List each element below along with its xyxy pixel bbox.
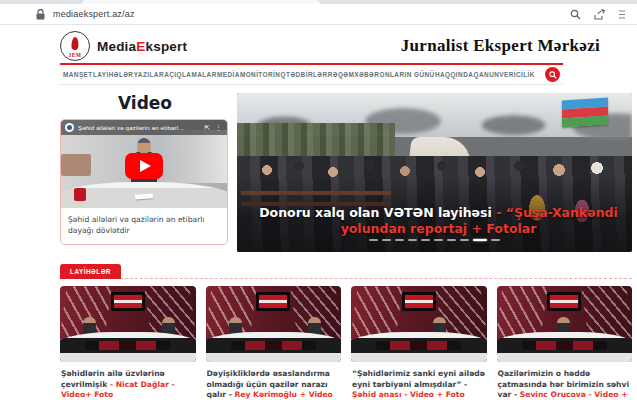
video-player[interactable]: Şəhid ailələri və qazilərin ən etibarl..… (61, 120, 227, 208)
studio-desk (497, 332, 633, 362)
play-button[interactable] (125, 153, 163, 179)
nav-item-yazilar[interactable]: YAZILAR (134, 71, 164, 78)
lock-icon[interactable] (36, 9, 45, 20)
studio-screen (402, 292, 436, 311)
nav-list: MANŞETLAYİHƏLƏRYAZILARAÇIQLAMALARMEDİAMO… (63, 71, 545, 78)
azerbaijan-flag (562, 97, 608, 127)
project-card[interactable]: Şəhidlərin ailə üzvlərinə çevrilmişik - … (60, 286, 196, 400)
nav-item-haqqinda[interactable]: HAQQINDA (435, 71, 473, 78)
page: mediaekspert.az/az JEM MediaEkspert (0, 0, 637, 400)
magnifier-icon[interactable] (570, 9, 581, 20)
share-icon[interactable] (594, 9, 606, 20)
share-icon[interactable]: ⇱ (204, 124, 211, 131)
nav-item-rəqəmxəbər[interactable]: RƏQƏMXƏBƏR (328, 71, 379, 78)
carousel-dash[interactable] (491, 239, 500, 241)
browser-chrome: mediaekspert.az/az (0, 0, 637, 25)
nav-item-onlarin-günü[interactable]: ONLARIN GÜNÜ (380, 71, 435, 78)
nav-item-qanunveri̇ci̇li̇k[interactable]: QANUNVERİCİLİK (474, 71, 535, 78)
carousel-dash[interactable] (369, 239, 378, 241)
card-caption[interactable]: Qazilərimizin o həddə çatmasında hər bir… (498, 369, 632, 400)
carousel-dash[interactable] (408, 239, 417, 241)
magnifier-icon (549, 71, 557, 79)
nav-item-medi̇amoni̇tori̇nq[interactable]: MEDİAMONİTORİNQ (217, 71, 286, 78)
site-title: Jurnalist Ekspert Mərkəzi (401, 36, 600, 56)
featured-title-white: Donoru xalq olan VƏTƏN layihəsi (259, 205, 496, 220)
card-author-link[interactable]: Şəhid anası - Video + Foto (352, 390, 465, 399)
featured-slide[interactable]: Donoru xalq olan VƏTƏN layihəsi - “Şuşa-… (237, 93, 632, 252)
carousel-dash[interactable] (382, 239, 391, 241)
site-header: JEM MediaEkspert Jurnalist Ekspert Mərkə… (60, 28, 600, 64)
carousel-dash[interactable] (421, 239, 430, 241)
player-video-title[interactable]: Şəhid ailələri və qazilərin ən etibarl..… (78, 125, 200, 131)
video-section: Video Şəhid ailələri və qazilərin ən eti… (60, 93, 230, 245)
carousel-dash[interactable] (460, 239, 469, 241)
main-nav: MANŞETLAYİHƏLƏRYAZILARAÇIQLAMALARMEDİAMO… (60, 63, 563, 85)
project-thumbnail[interactable] (497, 286, 633, 362)
carousel-dash[interactable] (434, 239, 443, 241)
brand-suffix: kspert (145, 39, 187, 54)
project-card[interactable]: Qazilərimizin o həddə çatmasında hər bir… (497, 286, 633, 400)
site-logo[interactable]: JEM MediaEkspert (60, 31, 187, 61)
studio-shelf (61, 154, 91, 176)
video-heading: Video (60, 93, 230, 113)
studio-screen (547, 292, 581, 311)
carousel-dash[interactable] (473, 239, 487, 241)
project-thumbnail[interactable] (60, 286, 196, 362)
nav-item-layi̇hələr[interactable]: LAYİHƏLƏR (93, 71, 133, 78)
card-title: “Şəhidlərimiz sanki eyni ailədə eyni tər… (352, 369, 485, 389)
carousel-indicators (237, 239, 632, 241)
projects-card-row: Şəhidlərin ailə üzvlərinə çevrilmişik - … (60, 286, 632, 400)
video-caption[interactable]: Şəhid ailələri və qazilərin ən etibarlı … (61, 208, 227, 244)
project-card[interactable]: Dəyişikliklərdə əsaslandırma olmadığı üç… (206, 286, 342, 400)
projects-badge[interactable]: LAYİHƏLƏR (60, 264, 121, 279)
url-text[interactable]: mediaekspert.az/az (53, 9, 135, 19)
projects-section-header: LAYİHƏLƏR (60, 262, 632, 279)
kebab-menu-icon[interactable]: ⋮ (215, 124, 223, 131)
browser-edge-icon[interactable] (619, 9, 625, 20)
nav-item-manşet[interactable]: MANŞET (63, 71, 93, 78)
studio-desk (206, 332, 342, 362)
quill-icon (71, 37, 78, 50)
carousel-dash[interactable] (395, 239, 404, 241)
emblem-text: JEM (61, 52, 89, 58)
studio-screen (111, 292, 145, 311)
nav-item-tədbi̇rlər[interactable]: TƏDBİRLƏR (286, 71, 327, 78)
studio-screen (256, 292, 290, 311)
studio-desk (60, 332, 196, 362)
address-bar[interactable]: mediaekspert.az/az (0, 4, 637, 24)
browser-actions (570, 9, 627, 20)
card-caption[interactable]: “Şəhidlərimiz sanki eyni ailədə eyni tər… (352, 369, 486, 400)
jem-emblem-icon: JEM (60, 31, 90, 61)
channel-logo (74, 188, 86, 201)
project-card[interactable]: “Şəhidlərimiz sanki eyni ailədə eyni tər… (351, 286, 487, 400)
card-caption[interactable]: Şəhidlərin ailə üzvlərinə çevrilmişik - … (61, 369, 195, 400)
video-card[interactable]: Şəhid ailələri və qazilərin ən etibarl..… (60, 119, 228, 245)
card-author-link[interactable]: Rey Kərimoğlu + Video (234, 390, 332, 399)
card-caption[interactable]: Dəyişikliklərdə əsaslandırma olmadığı üç… (207, 369, 341, 400)
card-author-link[interactable]: Sevinc Orucova - Video + Foto (498, 390, 628, 400)
search-button[interactable] (545, 67, 560, 82)
brand-prefix: Media (97, 39, 136, 54)
project-thumbnail[interactable] (206, 286, 342, 362)
brand-name: MediaEkspert (97, 39, 187, 54)
channel-avatar[interactable] (65, 123, 74, 132)
carousel-dash[interactable] (447, 239, 456, 241)
studio-desk (351, 332, 487, 362)
nav-item-açiqlamalar[interactable]: AÇIQLAMALAR (164, 71, 217, 78)
player-titlebar: Şəhid ailələri və qazilərin ən etibarl..… (61, 120, 227, 135)
studio-backdrop (157, 130, 227, 183)
project-thumbnail[interactable] (351, 286, 487, 362)
featured-caption[interactable]: Donoru xalq olan VƏTƏN layihəsi - “Şuşa-… (259, 205, 618, 236)
